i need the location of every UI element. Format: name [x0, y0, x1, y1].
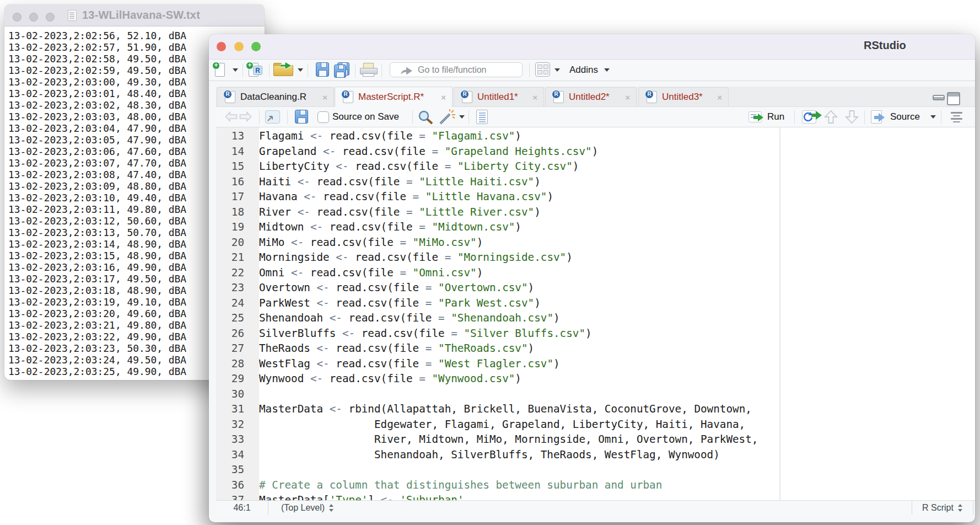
source-icon[interactable] — [871, 110, 882, 124]
file-type-selector[interactable]: R Script — [912, 501, 973, 515]
line-number: 34 — [216, 447, 259, 463]
source-on-save-checkbox[interactable] — [317, 111, 329, 123]
tab-label: DataCleaning.R — [240, 92, 306, 103]
line-number: 17 — [216, 189, 259, 205]
panes-layout-icon[interactable] — [535, 62, 550, 77]
tab-datacleaningr[interactable]: DataCleaning.R× — [217, 87, 334, 106]
tab-close-icon[interactable]: × — [532, 93, 537, 102]
document-outline-icon[interactable] — [951, 112, 962, 122]
addins-menu[interactable]: Addins — [569, 65, 598, 76]
cursor-position: 46:1 — [216, 501, 268, 515]
minimize-button-inactive[interactable] — [29, 13, 38, 22]
code-line-22: Omni <- read.csv(file = "Omni.csv") — [259, 265, 758, 281]
rstudio-window: RStudio R Go to file/function Addins — [209, 34, 975, 522]
code-line-17: Havana <- read.csv(file = "Little Havana… — [259, 189, 758, 205]
editor-save-icon[interactable] — [295, 110, 308, 124]
minimize-button[interactable] — [234, 42, 244, 51]
code-line-26: SilverBluffs <- read.csv(file = "Silver … — [259, 326, 758, 341]
window-title: RStudio — [864, 39, 906, 52]
run-button[interactable]: Run — [767, 111, 784, 122]
tab-masterscriptr[interactable]: MasterScript.R*× — [335, 87, 453, 107]
tab-untitled3[interactable]: Untitled3*× — [638, 87, 729, 106]
code-line-37: MasterData['Type'] <- 'Suburban' — [259, 492, 758, 501]
r-file-icon — [647, 91, 657, 103]
line-number: 22 — [216, 265, 259, 281]
zoom-button[interactable] — [251, 42, 261, 51]
forward-icon[interactable] — [239, 111, 252, 122]
panes-dropdown-caret[interactable] — [554, 68, 560, 72]
minimize-pane-icon[interactable] — [933, 95, 945, 100]
save-icon[interactable] — [316, 62, 329, 77]
back-icon[interactable] — [225, 111, 238, 122]
scope-updown-icon — [329, 504, 334, 512]
close-button[interactable] — [217, 42, 226, 51]
line-number: 19 — [216, 219, 259, 235]
r-file-icon — [553, 91, 564, 103]
code-line-20: MiMo <- read.csv(file = "MiMo.csv") — [259, 235, 758, 250]
code-line-29: Wynwood <- read.csv(file = "Wynwood.csv"… — [259, 371, 758, 387]
line-number: 14 — [216, 144, 259, 159]
addins-dropdown-caret[interactable] — [604, 68, 610, 72]
tab-close-icon[interactable]: × — [625, 93, 630, 102]
tab-close-icon[interactable]: × — [322, 93, 327, 102]
scope-selector[interactable]: (Top Level) — [281, 503, 334, 513]
rerun-green-arrow — [811, 111, 822, 120]
text-editor-titlebar: 13-WLilHavana-SW.txt — [4, 4, 265, 26]
code-line-16: Haiti <- read.csv(file = "Little Haiti.c… — [259, 174, 758, 190]
code-line-14: Grapeland <- read.csv(file = "Grapeland … — [259, 144, 758, 159]
line-number-gutter: 1314151617181920212223242526272829303132… — [216, 127, 259, 501]
source-dropdown-caret[interactable] — [930, 115, 936, 119]
goto-file-function-box[interactable]: Go to file/function — [390, 62, 523, 77]
source-button[interactable]: Source — [890, 111, 920, 122]
code-line-18: River <- read.csv(file = "Little River.c… — [259, 205, 758, 220]
save-all-icon[interactable] — [334, 65, 346, 78]
compile-report-icon[interactable] — [476, 110, 488, 124]
tab-label: Untitled1* — [477, 92, 518, 103]
line-number: 35 — [216, 462, 259, 478]
document-icon — [68, 10, 77, 21]
code-line-30 — [259, 387, 758, 402]
code-line-32: Edgewater, Flagami, Grapeland, LibertyCi… — [259, 417, 758, 432]
tab-close-icon[interactable]: × — [717, 93, 722, 102]
open-file-icon[interactable] — [273, 63, 294, 77]
magic-wand-icon[interactable] — [439, 109, 456, 125]
print-margin-line — [779, 127, 780, 501]
go-up-icon[interactable] — [824, 110, 838, 124]
code-line-33: River, Midtown, MiMo, Morningside, Omni,… — [259, 432, 758, 447]
open-file-dropdown-caret[interactable] — [298, 68, 303, 72]
search-icon[interactable] — [418, 110, 434, 125]
source-on-save-label: Source on Save — [332, 111, 399, 122]
code-line-35 — [259, 462, 758, 478]
code-line-25: Shenandoah <- read.csv(file = "Shenandoa… — [259, 310, 758, 326]
code-line-19: Midtown <- read.csv(file = "Midtown.csv"… — [259, 219, 758, 235]
tab-untitled1[interactable]: Untitled1*× — [454, 87, 544, 106]
line-number: 29 — [216, 371, 259, 387]
new-file-plus-icon — [212, 62, 220, 69]
maximize-pane-icon[interactable] — [947, 92, 960, 105]
line-number: 16 — [216, 174, 259, 190]
goto-placeholder: Go to file/function — [418, 65, 487, 75]
line-number: 36 — [216, 478, 259, 493]
code-line-31: MasterData <- rbind(Allapattah, Brickell… — [259, 401, 758, 417]
run-icon[interactable] — [749, 111, 762, 122]
line-number: 27 — [216, 341, 259, 356]
close-button-inactive[interactable] — [13, 13, 21, 22]
line-number: 28 — [216, 356, 259, 372]
print-icon[interactable] — [360, 63, 378, 77]
tab-untitled2[interactable]: Untitled2*× — [545, 87, 637, 106]
open-in-new-window-icon[interactable] — [265, 110, 280, 124]
goto-arrow-icon — [400, 66, 414, 76]
new-file-dropdown-caret[interactable] — [233, 68, 238, 72]
new-project-plus-icon — [246, 62, 254, 69]
code-line-13: Flagami <- read.csv(file = "Flagami.csv"… — [259, 128, 758, 144]
code-editor[interactable]: 1314151617181920212223242526272829303132… — [216, 127, 975, 501]
tab-close-icon[interactable]: × — [441, 93, 446, 102]
go-down-icon[interactable] — [845, 110, 859, 124]
tab-label: Untitled3* — [662, 92, 703, 103]
zoom-button-inactive[interactable] — [46, 13, 55, 22]
wand-dropdown-caret[interactable] — [459, 115, 465, 119]
text-window-title: 13-WLilHavana-SW.txt — [82, 9, 200, 22]
editor-statusbar: 46:1 (Top Level) R Script — [216, 500, 975, 515]
line-number: 13 — [216, 128, 259, 144]
code-line-34: Shenandoah, SilverBluffs, TheRaods, West… — [259, 447, 758, 463]
